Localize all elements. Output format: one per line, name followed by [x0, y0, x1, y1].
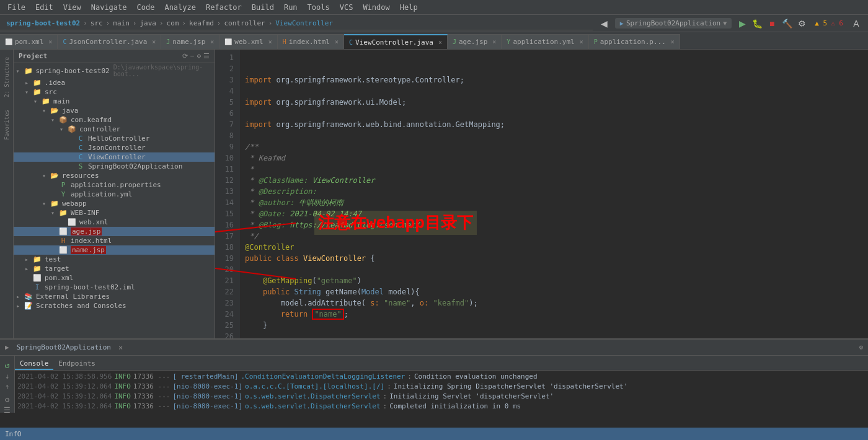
- tree-node-ViewController[interactable]: CViewController: [14, 152, 215, 162]
- run-config-dropdown[interactable]: ▼: [723, 20, 727, 27]
- sync-icon[interactable]: ⟳: [182, 52, 188, 60]
- menu-build[interactable]: Build: [247, 2, 279, 13]
- filter-button[interactable]: ☰: [4, 406, 11, 415]
- tree-arrow[interactable]: ▾: [33, 98, 41, 105]
- tree-node-web.xml[interactable]: ⬜web.xml: [14, 218, 215, 227]
- tree-node-age.jsp[interactable]: ⬜age.jsp: [14, 227, 215, 236]
- tab-age[interactable]: J age.jsp ×: [448, 34, 502, 49]
- run-config-label[interactable]: SpringBoot02Application: [626, 19, 720, 27]
- tree-node-spring-boot-test02.iml[interactable]: Ispring-boot-test02.iml: [14, 283, 215, 292]
- tab-view[interactable]: C ViewController.java ×: [344, 34, 448, 49]
- menu-tools[interactable]: Tools: [303, 2, 335, 13]
- settings-run-icon[interactable]: ⚙: [859, 343, 863, 351]
- tree-node-name.jsp[interactable]: ⬜name.jsp: [14, 245, 215, 255]
- tree-node-index.html[interactable]: Hindex.html: [14, 236, 215, 245]
- menu-code[interactable]: Code: [132, 2, 160, 13]
- tree-node-resources[interactable]: ▾📂resources: [14, 171, 215, 180]
- run-close-icon[interactable]: ×: [118, 343, 123, 352]
- tree-arrow[interactable]: ▸: [16, 302, 24, 309]
- tab-view-close[interactable]: ×: [438, 39, 442, 46]
- menu-navigate[interactable]: Navigate: [86, 2, 132, 13]
- tree-arrow[interactable]: ▾: [60, 126, 67, 133]
- tree-node-Scratches[interactable]: ▸📝Scratches and Consoles: [14, 301, 215, 310]
- breadcrumb-main[interactable]: main: [113, 19, 130, 27]
- tree-node-JsonController[interactable]: CJsonController: [14, 143, 215, 152]
- translate-btn[interactable]: A: [849, 17, 863, 30]
- tab-name[interactable]: J name.jsp ×: [161, 34, 219, 49]
- console-tab[interactable]: Console: [15, 358, 53, 370]
- gear-icon[interactable]: ☰: [203, 52, 210, 60]
- tab-index[interactable]: H index.html ×: [278, 34, 344, 49]
- tab-age-close[interactable]: ×: [492, 38, 496, 45]
- menu-window[interactable]: Window: [358, 2, 394, 13]
- breadcrumb-controller[interactable]: controller: [224, 19, 265, 27]
- scroll-up-button[interactable]: ↑: [5, 382, 9, 391]
- tree-arrow[interactable]: ▾: [16, 68, 24, 74]
- stop-btn[interactable]: ■: [765, 17, 779, 30]
- tree-node-java[interactable]: ▾📂java: [14, 106, 215, 115]
- tree-arrow[interactable]: ▾: [42, 107, 50, 114]
- tab-name-close[interactable]: ×: [210, 38, 214, 45]
- tab-index-close[interactable]: ×: [335, 38, 339, 45]
- breadcrumb-java[interactable]: java: [140, 19, 156, 27]
- breadcrumb-com[interactable]: com: [167, 19, 179, 27]
- scroll-down-button[interactable]: ↓: [5, 372, 9, 381]
- menu-vcs[interactable]: VCS: [335, 2, 358, 13]
- tree-node-External Libraries[interactable]: ▸📚External Libraries: [14, 292, 215, 301]
- breadcrumb-viewcontroller[interactable]: ViewController: [275, 19, 333, 27]
- tree-node-main[interactable]: ▾📁main: [14, 97, 215, 106]
- tree-arrow[interactable]: ▸: [25, 265, 32, 272]
- settings-btn[interactable]: ⚙: [795, 17, 808, 30]
- tree-node-SpringBoot02Application[interactable]: SSpringBoot02Application: [14, 162, 215, 171]
- tab-pom[interactable]: ⬜ pom.xml ×: [0, 34, 58, 49]
- tab-json[interactable]: C JsonController.java ×: [58, 34, 161, 49]
- tree-node-controller[interactable]: ▾📦controller: [14, 125, 215, 134]
- breadcrumb-project[interactable]: spring-boot-test02: [6, 19, 80, 27]
- menu-run[interactable]: Run: [279, 2, 303, 13]
- tree-arrow[interactable]: ▾: [42, 200, 50, 207]
- tab-pom-close[interactable]: ×: [48, 38, 52, 45]
- favorites-panel-tab[interactable]: Favorites: [4, 110, 10, 140]
- tree-node-HelloController[interactable]: CHelloController: [14, 134, 215, 143]
- tree-node-idea[interactable]: ▸📁.idea: [14, 78, 215, 87]
- tree-arrow[interactable]: ▾: [42, 172, 50, 179]
- tree-arrow[interactable]: ▸: [25, 79, 32, 86]
- collapse-icon[interactable]: −: [190, 52, 195, 60]
- tab-appyml-close[interactable]: ×: [580, 38, 583, 45]
- debug-btn[interactable]: 🐛: [750, 17, 764, 30]
- tree-node-spring-boot-test02[interactable]: ▾📁spring-boot-test02D:\javaworkspace\spr…: [14, 63, 215, 78]
- rerun-button[interactable]: ↺: [4, 360, 9, 370]
- tab-appyml[interactable]: Y application.yml ×: [502, 34, 588, 49]
- menu-analyze[interactable]: Analyze: [159, 2, 201, 13]
- tab-appprop-close[interactable]: ×: [671, 38, 675, 45]
- structure-panel-tab[interactable]: 2: Structure: [4, 57, 10, 97]
- menu-help[interactable]: Help: [395, 2, 423, 13]
- build-btn[interactable]: 🔨: [780, 17, 794, 30]
- console-output[interactable]: 2021-04-02 15:38:58.956 INFO 17336 --- […: [15, 371, 868, 413]
- breadcrumb-src[interactable]: src: [91, 19, 103, 27]
- tree-arrow[interactable]: ▸: [25, 256, 32, 263]
- code-area[interactable]: import org.springframework.stereotype.Co…: [240, 50, 868, 338]
- run-btn[interactable]: ▶: [735, 17, 749, 30]
- editor-content[interactable]: 1234567891011121314151617181920212223242…: [215, 50, 868, 338]
- tree-node-webapp[interactable]: ▾📁webapp: [14, 199, 215, 208]
- gear-console-button[interactable]: ⚙: [5, 395, 9, 404]
- endpoints-tab[interactable]: Endpoints: [53, 358, 100, 370]
- tree-node-application.yml[interactable]: Yapplication.yml: [14, 190, 215, 199]
- menu-file[interactable]: File: [2, 2, 30, 13]
- tab-json-close[interactable]: ×: [152, 38, 156, 45]
- tree-arrow[interactable]: ▾: [51, 117, 58, 123]
- code-editor[interactable]: 1234567891011121314151617181920212223242…: [215, 50, 868, 338]
- tree-node-WEB-INF[interactable]: ▾📁WEB-INF: [14, 208, 215, 218]
- tree-node-target[interactable]: ▸📁target: [14, 264, 215, 273]
- tree-arrow[interactable]: ▸: [16, 293, 24, 300]
- back-btn[interactable]: ◀: [598, 17, 611, 30]
- tree-arrow[interactable]: ▾: [51, 209, 58, 216]
- tab-web-close[interactable]: ×: [268, 38, 272, 45]
- menu-view[interactable]: View: [58, 2, 86, 13]
- tree-arrow[interactable]: ▾: [25, 89, 32, 95]
- tree-node-test[interactable]: ▸📁test: [14, 255, 215, 264]
- tab-web[interactable]: ⬜ web.xml ×: [219, 34, 277, 49]
- breadcrumb-keafmd[interactable]: keafmd: [189, 19, 214, 27]
- settings-icon[interactable]: ⚙: [197, 52, 201, 60]
